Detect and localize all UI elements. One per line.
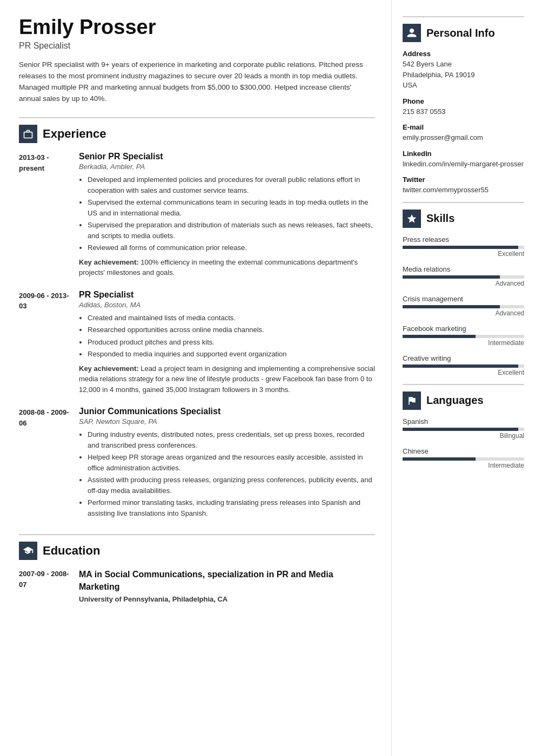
- skill-item-4: Creative writing Excellent: [403, 354, 524, 376]
- lang-item-1: Chinese Intermediate: [403, 447, 524, 469]
- exp-job-title-2: PR Specialist: [79, 290, 375, 300]
- lang-bar-bg: [403, 457, 524, 461]
- right-column: Personal Info Address 542 Byers Lane Phi…: [392, 0, 535, 756]
- skills-list: Press releases Excellent Media relations…: [403, 235, 524, 376]
- education-icon: [19, 542, 37, 560]
- exp-job-title-1: Senior PR Specialist: [79, 152, 375, 161]
- exp-bullet: Developed and implemented policies and p…: [88, 174, 375, 195]
- skill-level-label: Excellent: [403, 250, 524, 258]
- exp-dates-3: 2008-08 - 2009-06: [19, 407, 70, 522]
- personal-info-title: Personal Info: [426, 27, 495, 39]
- exp-bullets-3: During industry events, distributed note…: [79, 429, 375, 518]
- exp-content-3: Junior Communications Specialist SAP, Ne…: [79, 407, 375, 522]
- linkedin-value: linkedin.com/in/emily-margaret-prosser: [403, 159, 524, 170]
- languages-icon: [403, 392, 421, 410]
- lang-item-0: Spanish Bilingual: [403, 417, 524, 440]
- skill-name: Press releases: [403, 235, 524, 244]
- header: Emily Prosser PR Specialist Senior PR sp…: [19, 16, 375, 104]
- phone-value: 215 837 0553: [403, 106, 524, 117]
- education-list: 2007-09 - 2008-07 MA in Social Communica…: [19, 569, 375, 603]
- experience-section-header: Experience: [19, 117, 375, 143]
- skill-bar-fill: [403, 275, 500, 279]
- graduation-icon: [23, 545, 34, 556]
- skill-name: Media relations: [403, 265, 524, 273]
- languages-section-header: Languages: [403, 384, 524, 410]
- languages-title: Languages: [426, 394, 484, 407]
- personal-info-content: Address 542 Byers Lane Philadelphia, PA …: [403, 50, 524, 195]
- exp-bullet: Created and maintained lists of media co…: [88, 313, 375, 323]
- exp-company-2: Adidas, Boston, MA: [79, 301, 375, 309]
- skill-name: Creative writing: [403, 354, 524, 362]
- skill-bar-fill: [403, 335, 476, 338]
- edu-dates-1: 2007-09 - 2008-07: [19, 569, 70, 603]
- linkedin-label: LinkedIn: [403, 150, 524, 158]
- exp-dates-1: 2013-03 - present: [19, 152, 70, 278]
- edu-content-1: MA in Social Communications, specializat…: [79, 569, 375, 603]
- flag-icon: [406, 395, 417, 406]
- star-icon: [406, 213, 417, 224]
- exp-achievement-2: Key achievement: Lead a project team in …: [79, 363, 375, 395]
- exp-content-2: PR Specialist Adidas, Boston, MA Created…: [79, 290, 375, 395]
- briefcase-icon: [23, 129, 34, 139]
- edu-degree-1: MA in Social Communications, specializat…: [79, 569, 375, 593]
- candidate-title: PR Specialist: [19, 41, 375, 51]
- skill-level-label: Intermediate: [403, 339, 524, 347]
- experience-entry-3: 2008-08 - 2009-06 Junior Communications …: [19, 407, 375, 522]
- address-label: Address: [403, 50, 524, 58]
- linkedin-group: LinkedIn linkedin.com/in/emily-margaret-…: [403, 150, 524, 170]
- experience-title: Experience: [43, 127, 106, 141]
- lang-bar-fill: [403, 428, 518, 431]
- personal-info-icon: [403, 24, 421, 42]
- exp-bullet: Researched opportunities across online m…: [88, 325, 375, 335]
- address-group: Address 542 Byers Lane Philadelphia, PA …: [403, 50, 524, 91]
- skill-bar-bg: [403, 305, 524, 308]
- education-entry-1: 2007-09 - 2008-07 MA in Social Communica…: [19, 569, 375, 603]
- skill-item-0: Press releases Excellent: [403, 235, 524, 258]
- lang-bar-bg: [403, 428, 524, 431]
- person-icon: [406, 28, 417, 38]
- phone-group: Phone 215 837 0553: [403, 97, 524, 117]
- left-column: Emily Prosser PR Specialist Senior PR sp…: [0, 0, 392, 756]
- exp-bullet: Assisted with producing press releases, …: [88, 475, 375, 496]
- twitter-group: Twitter twitter.com/emmyprosser55: [403, 176, 524, 195]
- skill-level-label: Excellent: [403, 369, 524, 376]
- lang-name: Chinese: [403, 447, 524, 455]
- exp-company-3: SAP, Newton Square, PA: [79, 417, 375, 426]
- exp-bullet: During industry events, distributed note…: [88, 429, 375, 450]
- skills-icon: [403, 210, 421, 228]
- exp-dates-2: 2009-06 - 2013-03: [19, 290, 70, 395]
- twitter-label: Twitter: [403, 176, 524, 184]
- experience-list: 2013-03 - present Senior PR Specialist B…: [19, 152, 375, 522]
- experience-icon: [19, 125, 37, 143]
- candidate-summary: Senior PR specialist with 9+ years of ex…: [19, 59, 375, 105]
- lang-bar-fill: [403, 457, 476, 461]
- exp-company-1: Berkadia, Ambler, PA: [79, 163, 375, 171]
- skill-bar-fill: [403, 246, 518, 249]
- exp-bullet: Performed minor translating tasks, inclu…: [88, 497, 375, 518]
- exp-bullet: Responded to media inquiries and support…: [88, 349, 375, 360]
- education-section-header: Education: [19, 534, 375, 560]
- lang-level-label: Intermediate: [403, 462, 524, 469]
- email-value: emily.prosser@gmail.com: [403, 132, 524, 143]
- exp-bullet: Helped keep PR storage areas organized a…: [88, 452, 375, 473]
- exp-bullet: Supervised the preparation and distribut…: [88, 220, 375, 241]
- exp-achievement-1: Key achievement: 100% efficiency in meet…: [79, 257, 375, 278]
- twitter-value: twitter.com/emmyprosser55: [403, 185, 524, 195]
- phone-label: Phone: [403, 97, 524, 105]
- skill-level-label: Advanced: [403, 280, 524, 287]
- skill-item-3: Facebook marketing Intermediate: [403, 325, 524, 347]
- skill-bar-fill: [403, 305, 500, 308]
- resume-container: Emily Prosser PR Specialist Senior PR sp…: [0, 0, 535, 756]
- skills-title: Skills: [426, 212, 454, 225]
- exp-bullet: Produced product pitches and press kits.: [88, 337, 375, 348]
- exp-bullet: Reviewed all forms of communication prio…: [88, 242, 375, 253]
- languages-list: Spanish Bilingual Chinese Intermediate: [403, 417, 524, 469]
- exp-job-title-3: Junior Communications Specialist: [79, 407, 375, 416]
- skill-bar-bg: [403, 335, 524, 338]
- skill-item-2: Crisis management Advanced: [403, 295, 524, 317]
- skill-item-1: Media relations Advanced: [403, 265, 524, 287]
- experience-entry-2: 2009-06 - 2013-03 PR Specialist Adidas, …: [19, 290, 375, 395]
- lang-level-label: Bilingual: [403, 432, 524, 440]
- exp-bullets-1: Developed and implemented policies and p…: [79, 174, 375, 253]
- exp-bullets-2: Created and maintained lists of media co…: [79, 313, 375, 360]
